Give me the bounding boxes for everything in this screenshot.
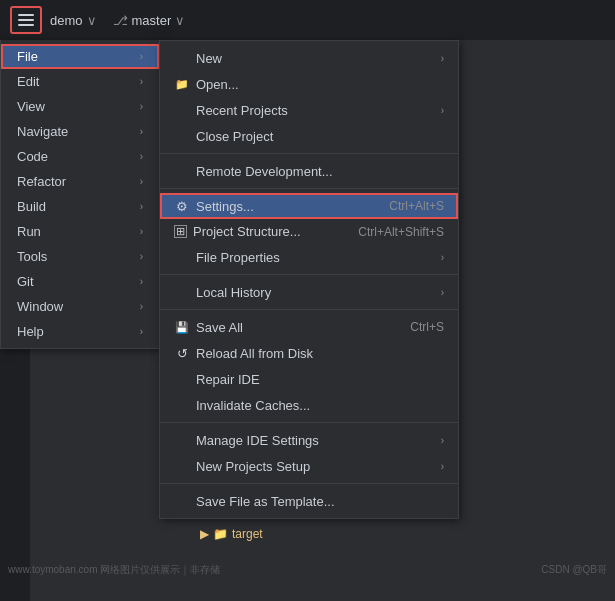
manage-settings-icon xyxy=(174,432,190,448)
submenu-item-manage-ide-settings[interactable]: Manage IDE Settings › xyxy=(160,427,458,453)
menu-item-refactor[interactable]: Refactor › xyxy=(1,169,159,194)
menu-item-git[interactable]: Git › xyxy=(1,269,159,294)
submenu-item-file-properties[interactable]: File Properties › xyxy=(160,244,458,270)
menu-item-build[interactable]: Build › xyxy=(1,194,159,219)
submenu-item-new-projects-setup[interactable]: New Projects Setup › xyxy=(160,453,458,479)
chevron-right-icon: › xyxy=(140,301,143,312)
submenu-item-invalidate-caches[interactable]: Invalidate Caches... xyxy=(160,392,458,418)
chevron-right-icon: › xyxy=(441,461,444,472)
chevron-right-icon: › xyxy=(140,76,143,87)
submenu-item-repair-ide[interactable]: Repair IDE xyxy=(160,366,458,392)
submenu-item-close-project[interactable]: Close Project xyxy=(160,123,458,149)
chevron-right-icon: › xyxy=(140,226,143,237)
separator-6 xyxy=(160,483,458,484)
menu-item-window[interactable]: Window › xyxy=(1,294,159,319)
hamburger-line-1 xyxy=(18,14,34,16)
menu-item-edit[interactable]: Edit › xyxy=(1,69,159,94)
watermark: www.toymoban.com 网络图片仅供展示｜非存储 CSDN @QB哥 xyxy=(0,561,615,579)
settings-icon: ⚙ xyxy=(174,198,190,214)
chevron-right-icon: › xyxy=(140,326,143,337)
submenu-item-reload-all[interactable]: ↺ Reload All from Disk xyxy=(160,340,458,366)
menu-item-tools[interactable]: Tools › xyxy=(1,244,159,269)
open-icon: 📁 xyxy=(174,76,190,92)
menu-item-code[interactable]: Code › xyxy=(1,144,159,169)
recent-icon xyxy=(174,102,190,118)
reload-icon: ↺ xyxy=(174,345,190,361)
chevron-right-icon: › xyxy=(441,435,444,446)
submenu-item-remote-development[interactable]: Remote Development... xyxy=(160,158,458,184)
project-name: demo ∨ xyxy=(50,13,97,28)
submenu-item-save-all[interactable]: 💾 Save All Ctrl+S xyxy=(160,314,458,340)
menu-item-navigate[interactable]: Navigate › xyxy=(1,119,159,144)
project-structure-icon: ⊞ xyxy=(174,225,187,238)
chevron-right-icon: › xyxy=(140,176,143,187)
save-icon: 💾 xyxy=(174,319,190,335)
titlebar: demo ∨ ⎇ master ∨ xyxy=(0,0,615,40)
menu-item-run[interactable]: Run › xyxy=(1,219,159,244)
submenu-item-open[interactable]: 📁 Open... xyxy=(160,71,458,97)
chevron-right-icon: › xyxy=(140,51,143,62)
separator-3 xyxy=(160,274,458,275)
new-icon xyxy=(174,50,190,66)
chevron-right-icon: › xyxy=(441,53,444,64)
chevron-right-icon: › xyxy=(140,276,143,287)
hamburger-button[interactable] xyxy=(10,6,42,34)
left-menu: File › Edit › View › Navigate › Code › R… xyxy=(0,40,160,349)
submenu-item-save-file-as-template[interactable]: Save File as Template... xyxy=(160,488,458,514)
chevron-right-icon: › xyxy=(140,151,143,162)
file-submenu: New › 📁 Open... Recent Projects › Close … xyxy=(159,40,459,519)
chevron-right-icon: › xyxy=(140,126,143,137)
local-history-icon xyxy=(174,284,190,300)
submenu-item-recent-projects[interactable]: Recent Projects › xyxy=(160,97,458,123)
menu-item-file[interactable]: File › xyxy=(1,44,159,69)
chevron-right-icon: › xyxy=(140,251,143,262)
separator-1 xyxy=(160,153,458,154)
file-properties-icon xyxy=(174,249,190,265)
target-folder[interactable]: ▶ 📁 target xyxy=(200,527,263,541)
hamburger-line-3 xyxy=(18,24,34,26)
repair-icon xyxy=(174,371,190,387)
chevron-right-icon: › xyxy=(441,252,444,263)
submenu-item-new[interactable]: New › xyxy=(160,45,458,71)
submenu-item-local-history[interactable]: Local History › xyxy=(160,279,458,305)
branch-info: ⎇ master ∨ xyxy=(113,13,186,28)
hamburger-line-2 xyxy=(18,19,34,21)
menu-item-view[interactable]: View › xyxy=(1,94,159,119)
separator-4 xyxy=(160,309,458,310)
remote-icon xyxy=(174,163,190,179)
chevron-right-icon: › xyxy=(140,201,143,212)
separator-5 xyxy=(160,422,458,423)
separator-2 xyxy=(160,188,458,189)
chevron-right-icon: › xyxy=(140,101,143,112)
branch-icon: ⎇ xyxy=(113,13,128,28)
close-project-icon xyxy=(174,128,190,144)
save-template-icon xyxy=(174,493,190,509)
chevron-right-icon: › xyxy=(441,287,444,298)
invalidate-icon xyxy=(174,397,190,413)
chevron-right-icon: › xyxy=(441,105,444,116)
submenu-item-settings[interactable]: ⚙ Settings... Ctrl+Alt+S xyxy=(160,193,458,219)
submenu-item-project-structure[interactable]: ⊞ Project Structure... Ctrl+Alt+Shift+S xyxy=(160,219,458,244)
menu-item-help[interactable]: Help › xyxy=(1,319,159,344)
new-projects-icon xyxy=(174,458,190,474)
